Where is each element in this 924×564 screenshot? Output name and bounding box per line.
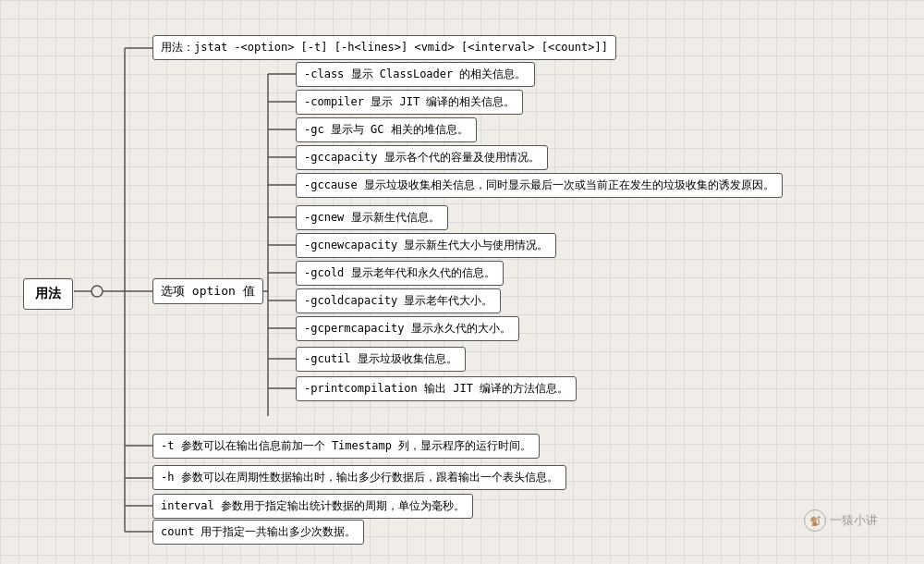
root-node: 用法 xyxy=(23,278,73,310)
option-item-4: -gccause 显示垃圾收集相关信息，同时显示最后一次或当前正在发生的垃圾收集… xyxy=(296,173,783,198)
watermark: 🐒 一猿小讲 xyxy=(804,509,878,532)
option-item-1: -compiler 显示 JIT 编译的相关信息。 xyxy=(296,90,523,115)
option-item-5: -gcnew 显示新生代信息。 xyxy=(296,205,448,230)
watermark-icon: 🐒 xyxy=(804,509,826,532)
watermark-text: 一猿小讲 xyxy=(830,512,878,529)
option-item-10: -gcutil 显示垃圾收集信息。 xyxy=(296,347,466,372)
usage-text-node: 用法：jstat -<option> [-t] [-h<lines>] <vmi… xyxy=(152,35,616,60)
param-item-3: count 用于指定一共输出多少次数据。 xyxy=(152,520,364,545)
option-item-11: -printcompilation 输出 JIT 编译的方法信息。 xyxy=(296,376,577,401)
option-item-7: -gcold 显示老年代和永久代的信息。 xyxy=(296,261,504,286)
option-item-8: -gcoldcapacity 显示老年代大小。 xyxy=(296,288,501,313)
option-item-6: -gcnewcapacity 显示新生代大小与使用情况。 xyxy=(296,233,556,258)
param-item-2: interval 参数用于指定输出统计数据的周期，单位为毫秒。 xyxy=(152,494,473,519)
main-container: 用法 用法：jstat -<option> [-t] [-h<lines>] <… xyxy=(0,0,924,564)
option-item-0: -class 显示 ClassLoader 的相关信息。 xyxy=(296,62,535,87)
param-item-1: -h 参数可以在周期性数据输出时，输出多少行数据后，跟着输出一个表头信息。 xyxy=(152,465,566,490)
option-item-3: -gccapacity 显示各个代的容量及使用情况。 xyxy=(296,145,548,170)
option-group-node: 选项 option 值 xyxy=(152,278,263,304)
diagram-wrapper: 用法 用法：jstat -<option> [-t] [-h<lines>] <… xyxy=(18,18,906,546)
option-item-9: -gcpermcapacity 显示永久代的大小。 xyxy=(296,316,519,341)
svg-point-0 xyxy=(91,286,103,297)
option-item-2: -gc 显示与 GC 相关的堆信息。 xyxy=(296,117,477,142)
param-item-0: -t 参数可以在输出信息前加一个 Timestamp 列，显示程序的运行时间。 xyxy=(152,434,540,459)
